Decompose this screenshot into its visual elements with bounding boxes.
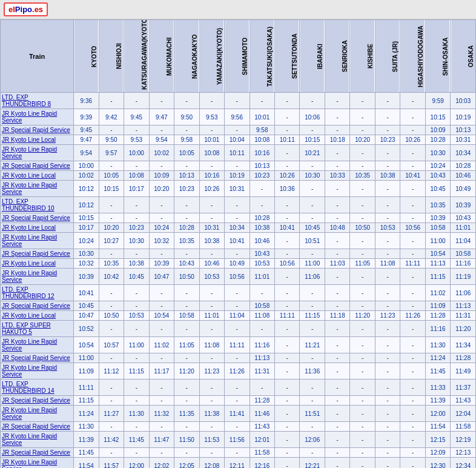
train-name[interactable]: JR Kyoto Line Rapid Service [1, 363, 74, 379]
train-name[interactable]: JR Special Rapid Service [1, 161, 74, 171]
time-cell: 11:09 [74, 363, 99, 379]
time-cell: - [400, 363, 425, 379]
time-cell: - [350, 432, 375, 448]
train-name[interactable]: JR Kyoto Line Rapid Service [1, 337, 74, 353]
train-name[interactable]: LTD. EXP THUNDERBIRD 12 [1, 285, 74, 301]
time-cell: 11:56 [225, 432, 250, 448]
time-cell: - [274, 363, 299, 379]
train-name[interactable]: JR Kyoto Line Rapid Service [1, 233, 74, 249]
time-cell: 10:53 [250, 259, 274, 269]
table-row: JR Special Rapid Service9:45------9:58--… [1, 125, 476, 135]
time-cell: 10:04 [225, 135, 250, 145]
train-name[interactable]: LTD. EXP SUPER HAKUTO 5 [1, 321, 74, 337]
time-cell: 12:11 [225, 458, 250, 469]
time-cell: 11:20 [350, 311, 375, 321]
time-cell: 11:08 [375, 259, 400, 269]
time-cell: 10:27 [99, 233, 124, 249]
time-cell: 10:26 [199, 181, 224, 197]
time-cell: 11:45 [425, 363, 450, 379]
train-name[interactable]: JR Kyoto Line Rapid Service [1, 406, 74, 422]
time-cell: - [325, 145, 349, 161]
train-name[interactable]: JR Special Rapid Service [1, 422, 74, 432]
time-cell: - [350, 233, 375, 249]
time-cell: - [375, 448, 400, 458]
time-cell: - [375, 379, 400, 396]
train-name[interactable]: JR Kyoto Line Local [1, 259, 74, 269]
table-row: JR Kyoto Line Rapid Service11:5411:5712:… [1, 458, 476, 469]
time-cell: 11:26 [400, 311, 425, 321]
time-cell: 11:24 [74, 406, 99, 422]
time-cell: 10:35 [174, 233, 199, 249]
time-cell: - [149, 321, 174, 337]
train-name[interactable]: LTD. EXP THUNDERBIRD 8 [1, 93, 74, 109]
time-cell: - [124, 249, 149, 259]
time-cell: 9:53 [124, 135, 149, 145]
train-name[interactable]: JR Kyoto Line Rapid Service [1, 181, 74, 197]
time-cell: - [99, 285, 124, 301]
time-cell: - [400, 109, 425, 125]
time-cell: 11:31 [451, 311, 476, 321]
time-cell: - [225, 285, 250, 301]
time-cell: - [124, 321, 149, 337]
time-cell: - [325, 161, 349, 171]
time-cell: - [225, 249, 250, 259]
time-cell: 12:08 [199, 458, 224, 469]
time-cell: - [325, 458, 349, 469]
time-cell: - [375, 458, 400, 469]
train-name[interactable]: JR Kyoto Line Local [1, 135, 74, 145]
train-name[interactable]: JR Special Rapid Service [1, 249, 74, 259]
time-cell: 11:54 [74, 458, 99, 469]
train-name[interactable]: JR Special Rapid Service [1, 396, 74, 406]
time-cell: 12:00 [425, 406, 450, 422]
time-cell: 9:50 [174, 109, 199, 125]
time-cell: - [250, 379, 274, 396]
time-cell: 11:31 [250, 363, 274, 379]
time-cell: - [325, 422, 349, 432]
train-name[interactable]: JR Special Rapid Service [1, 353, 74, 363]
table-row: JR Kyoto Line Local10:1710:2010:2310:241… [1, 223, 476, 233]
time-cell: 9:58 [250, 125, 274, 135]
time-cell: - [400, 321, 425, 337]
train-name[interactable]: JR Kyoto Line Rapid Service [1, 432, 74, 448]
train-name[interactable]: JR Special Rapid Service [1, 213, 74, 223]
time-cell: 9:42 [99, 109, 124, 125]
time-cell: - [199, 422, 224, 432]
time-cell: - [124, 285, 149, 301]
time-cell: 11:27 [99, 406, 124, 422]
time-cell: - [300, 213, 325, 223]
time-cell: 11:15 [74, 396, 99, 406]
logo[interactable]: elPipo.es [4, 2, 48, 16]
time-cell: 10:24 [149, 223, 174, 233]
time-cell: 10:58 [250, 301, 274, 311]
time-cell: - [400, 93, 425, 109]
time-cell: - [274, 233, 299, 249]
train-name[interactable]: JR Kyoto Line Rapid Service [1, 458, 74, 469]
time-cell: - [350, 448, 375, 458]
time-cell: - [400, 337, 425, 353]
time-cell: 11:35 [174, 406, 199, 422]
train-name[interactable]: LTD. EXP THUNDERBIRD 14 [1, 379, 74, 396]
train-name[interactable]: JR Kyoto Line Rapid Service [1, 109, 74, 125]
time-cell: 10:49 [225, 259, 250, 269]
time-cell: - [199, 301, 224, 311]
train-name[interactable]: JR Kyoto Line Rapid Service [1, 269, 74, 285]
train-name[interactable]: JR Kyoto Line Local [1, 223, 74, 233]
train-name[interactable]: JR Kyoto Line Local [1, 311, 74, 321]
time-cell: - [274, 285, 299, 301]
train-name[interactable]: JR Special Rapid Service [1, 448, 74, 458]
time-cell: - [325, 432, 349, 448]
time-cell: - [199, 379, 224, 396]
train-name[interactable]: JR Kyoto Line Rapid Service [1, 145, 74, 161]
time-cell: - [325, 285, 349, 301]
time-cell: 10:52 [74, 321, 99, 337]
time-cell: - [300, 197, 325, 213]
time-cell: - [225, 353, 250, 363]
time-cell: 10:02 [74, 171, 99, 181]
train-name[interactable]: LTD. EXP THUNDERBIRD 10 [1, 197, 74, 213]
table-row: LTD. EXP THUNDERBIRD 1010:12------------… [1, 197, 476, 213]
train-name[interactable]: JR Special Rapid Service [1, 125, 74, 135]
time-cell: 11:28 [425, 311, 450, 321]
train-name[interactable]: JR Kyoto Line Local [1, 171, 74, 181]
time-cell: 11:00 [124, 337, 149, 353]
train-name[interactable]: JR Special Rapid Service [1, 301, 74, 311]
